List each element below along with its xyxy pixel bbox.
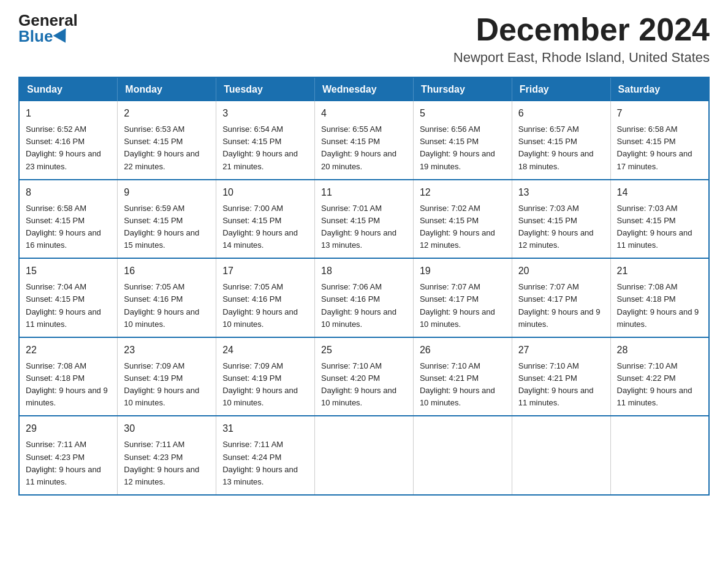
day-number: 10: [222, 185, 308, 200]
calendar-cell: [315, 416, 414, 495]
day-number: 27: [518, 343, 604, 358]
calendar-cell: 8Sunrise: 6:58 AMSunset: 4:15 PMDaylight…: [19, 180, 118, 259]
calendar-cell: 11Sunrise: 7:01 AMSunset: 4:15 PMDayligh…: [315, 180, 414, 259]
day-info: Sunrise: 7:02 AMSunset: 4:15 PMDaylight:…: [420, 202, 506, 252]
calendar-cell: 18Sunrise: 7:06 AMSunset: 4:16 PMDayligh…: [315, 258, 414, 337]
calendar-cell: 31Sunrise: 7:11 AMSunset: 4:24 PMDayligh…: [216, 416, 315, 495]
col-thursday: Thursday: [413, 77, 512, 101]
col-saturday: Saturday: [610, 77, 709, 101]
week-row-1: 1Sunrise: 6:52 AMSunset: 4:16 PMDaylight…: [19, 101, 709, 180]
col-monday: Monday: [118, 77, 216, 101]
day-number: 5: [420, 106, 506, 121]
day-number: 26: [420, 343, 506, 358]
day-info: Sunrise: 7:10 AMSunset: 4:21 PMDaylight:…: [518, 360, 604, 410]
calendar-cell: 20Sunrise: 7:07 AMSunset: 4:17 PMDayligh…: [512, 258, 610, 337]
day-info: Sunrise: 7:10 AMSunset: 4:21 PMDaylight:…: [420, 360, 506, 410]
day-number: 3: [222, 106, 308, 121]
day-info: Sunrise: 6:58 AMSunset: 4:15 PMDaylight:…: [617, 123, 702, 173]
day-number: 15: [26, 264, 111, 278]
day-info: Sunrise: 7:09 AMSunset: 4:19 PMDaylight:…: [124, 360, 210, 410]
day-number: 11: [321, 185, 407, 200]
calendar-cell: [512, 416, 610, 495]
day-number: 12: [420, 185, 506, 200]
calendar-cell: 5Sunrise: 6:56 AMSunset: 4:15 PMDaylight…: [413, 101, 512, 180]
day-info: Sunrise: 6:56 AMSunset: 4:15 PMDaylight:…: [420, 123, 506, 173]
day-number: 1: [26, 106, 111, 121]
col-friday: Friday: [512, 77, 610, 101]
calendar-cell: 30Sunrise: 7:11 AMSunset: 4:23 PMDayligh…: [118, 416, 216, 495]
day-info: Sunrise: 7:01 AMSunset: 4:15 PMDaylight:…: [321, 202, 407, 252]
day-info: Sunrise: 6:53 AMSunset: 4:15 PMDaylight:…: [124, 123, 210, 173]
day-info: Sunrise: 7:03 AMSunset: 4:15 PMDaylight:…: [617, 202, 702, 252]
day-number: 17: [222, 264, 308, 278]
day-info: Sunrise: 6:54 AMSunset: 4:15 PMDaylight:…: [222, 123, 308, 173]
day-number: 13: [518, 185, 604, 200]
day-number: 29: [26, 421, 111, 436]
calendar-cell: 22Sunrise: 7:08 AMSunset: 4:18 PMDayligh…: [19, 337, 118, 416]
logo-general-text: General: [18, 12, 78, 28]
day-number: 8: [26, 185, 111, 200]
day-info: Sunrise: 7:00 AMSunset: 4:15 PMDaylight:…: [222, 202, 308, 252]
calendar-cell: 6Sunrise: 6:57 AMSunset: 4:15 PMDaylight…: [512, 101, 610, 180]
day-info: Sunrise: 7:10 AMSunset: 4:22 PMDaylight:…: [617, 360, 702, 410]
calendar-cell: 3Sunrise: 6:54 AMSunset: 4:15 PMDaylight…: [216, 101, 315, 180]
calendar-cell: 27Sunrise: 7:10 AMSunset: 4:21 PMDayligh…: [512, 337, 610, 416]
logo-triangle-icon: [53, 28, 72, 46]
calendar-cell: 16Sunrise: 7:05 AMSunset: 4:16 PMDayligh…: [118, 258, 216, 337]
calendar-cell: 13Sunrise: 7:03 AMSunset: 4:15 PMDayligh…: [512, 180, 610, 259]
calendar-table: Sunday Monday Tuesday Wednesday Thursday…: [18, 77, 710, 496]
day-number: 14: [617, 185, 702, 200]
day-number: 19: [420, 264, 506, 278]
day-number: 6: [518, 106, 604, 121]
calendar-cell: 1Sunrise: 6:52 AMSunset: 4:16 PMDaylight…: [19, 101, 118, 180]
day-info: Sunrise: 7:11 AMSunset: 4:24 PMDaylight:…: [222, 439, 308, 488]
day-info: Sunrise: 6:55 AMSunset: 4:15 PMDaylight:…: [321, 123, 407, 173]
day-number: 20: [518, 264, 604, 278]
day-number: 30: [124, 421, 210, 436]
day-info: Sunrise: 7:11 AMSunset: 4:23 PMDaylight:…: [26, 439, 111, 488]
calendar-cell: 29Sunrise: 7:11 AMSunset: 4:23 PMDayligh…: [19, 416, 118, 495]
day-number: 22: [26, 343, 111, 358]
calendar-cell: 10Sunrise: 7:00 AMSunset: 4:15 PMDayligh…: [216, 180, 315, 259]
calendar-cell: 15Sunrise: 7:04 AMSunset: 4:15 PMDayligh…: [19, 258, 118, 337]
month-title: December 2024: [453, 12, 710, 47]
calendar-cell: 12Sunrise: 7:02 AMSunset: 4:15 PMDayligh…: [413, 180, 512, 259]
logo: General Blue: [18, 12, 78, 44]
logo-blue-text: Blue: [18, 28, 70, 44]
day-info: Sunrise: 7:03 AMSunset: 4:15 PMDaylight:…: [518, 202, 604, 252]
calendar-cell: 26Sunrise: 7:10 AMSunset: 4:21 PMDayligh…: [413, 337, 512, 416]
col-wednesday: Wednesday: [315, 77, 414, 101]
day-info: Sunrise: 7:05 AMSunset: 4:16 PMDaylight:…: [222, 281, 308, 331]
day-info: Sunrise: 7:07 AMSunset: 4:17 PMDaylight:…: [518, 281, 604, 331]
location-title: Newport East, Rhode Island, United State…: [453, 50, 710, 66]
day-info: Sunrise: 7:07 AMSunset: 4:17 PMDaylight:…: [420, 281, 506, 331]
calendar-cell: 23Sunrise: 7:09 AMSunset: 4:19 PMDayligh…: [118, 337, 216, 416]
title-area: December 2024 Newport East, Rhode Island…: [453, 12, 710, 66]
day-info: Sunrise: 7:06 AMSunset: 4:16 PMDaylight:…: [321, 281, 407, 331]
calendar-cell: 17Sunrise: 7:05 AMSunset: 4:16 PMDayligh…: [216, 258, 315, 337]
calendar-cell: 19Sunrise: 7:07 AMSunset: 4:17 PMDayligh…: [413, 258, 512, 337]
calendar-cell: 4Sunrise: 6:55 AMSunset: 4:15 PMDaylight…: [315, 101, 414, 180]
day-number: 28: [617, 343, 702, 358]
week-row-5: 29Sunrise: 7:11 AMSunset: 4:23 PMDayligh…: [19, 416, 709, 495]
day-info: Sunrise: 7:08 AMSunset: 4:18 PMDaylight:…: [26, 360, 111, 410]
day-info: Sunrise: 6:59 AMSunset: 4:15 PMDaylight:…: [124, 202, 210, 252]
day-number: 9: [124, 185, 210, 200]
day-info: Sunrise: 7:11 AMSunset: 4:23 PMDaylight:…: [124, 439, 210, 488]
calendar-cell: 21Sunrise: 7:08 AMSunset: 4:18 PMDayligh…: [610, 258, 709, 337]
day-info: Sunrise: 7:09 AMSunset: 4:19 PMDaylight:…: [222, 360, 308, 410]
day-number: 31: [222, 421, 308, 436]
day-info: Sunrise: 7:04 AMSunset: 4:15 PMDaylight:…: [26, 281, 111, 331]
week-row-2: 8Sunrise: 6:58 AMSunset: 4:15 PMDaylight…: [19, 180, 709, 259]
page-header: General Blue December 2024 Newport East,…: [18, 12, 710, 66]
day-number: 2: [124, 106, 210, 121]
day-info: Sunrise: 6:52 AMSunset: 4:16 PMDaylight:…: [26, 123, 111, 173]
calendar-cell: [610, 416, 709, 495]
calendar-cell: 25Sunrise: 7:10 AMSunset: 4:20 PMDayligh…: [315, 337, 414, 416]
day-number: 18: [321, 264, 407, 278]
day-number: 25: [321, 343, 407, 358]
calendar-cell: 14Sunrise: 7:03 AMSunset: 4:15 PMDayligh…: [610, 180, 709, 259]
col-tuesday: Tuesday: [216, 77, 315, 101]
day-number: 23: [124, 343, 210, 358]
calendar-cell: 28Sunrise: 7:10 AMSunset: 4:22 PMDayligh…: [610, 337, 709, 416]
